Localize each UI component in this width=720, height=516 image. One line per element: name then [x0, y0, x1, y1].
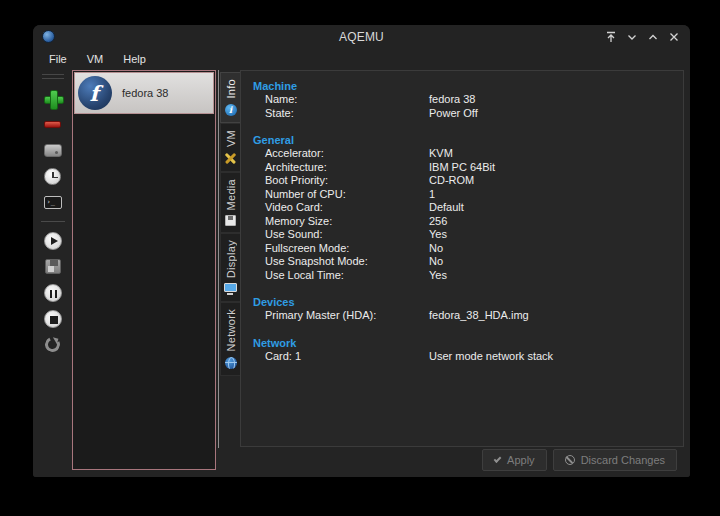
- display-icon: [224, 283, 237, 292]
- section-general: General Accelerator: KVM Architecture: I…: [241, 133, 683, 282]
- section-title: General: [241, 133, 683, 147]
- tab-network[interactable]: Network: [220, 302, 240, 375]
- menu-help[interactable]: Help: [113, 50, 156, 68]
- info-row: Primary Master (HDA): fedora_38_HDA.img: [241, 309, 683, 323]
- apply-button[interactable]: Apply: [482, 449, 547, 471]
- info-row: State: Power Off: [241, 107, 683, 121]
- row-label: Accelerator:: [265, 147, 429, 161]
- app-logo-icon: [42, 30, 55, 43]
- aqemu-window: AQEMU File VM Help ›_: [33, 25, 690, 477]
- menu-file[interactable]: File: [39, 50, 77, 68]
- row-label: Primary Master (HDA):: [265, 309, 429, 323]
- floppy-save-icon: [45, 259, 61, 274]
- start-vm-button[interactable]: [40, 228, 66, 253]
- hdd-manager-button[interactable]: [40, 138, 66, 163]
- titlebar: AQEMU: [33, 25, 690, 48]
- toolbar-separator: [41, 221, 65, 222]
- info-row: Number of CPU: 1: [241, 188, 683, 202]
- info-icon: i: [225, 104, 237, 116]
- add-vm-button[interactable]: [40, 86, 66, 111]
- main-area: ›_ f fedora 38 Info i VM: [33, 70, 690, 477]
- menu-vm[interactable]: VM: [77, 50, 114, 68]
- play-icon: [44, 232, 62, 250]
- info-row: Boot Priority: CD-ROM: [241, 174, 683, 188]
- apply-label: Apply: [507, 454, 535, 466]
- info-row: Memory Size: 256: [241, 215, 683, 229]
- info-row: Accelerator: KVM: [241, 147, 683, 161]
- tab-vm[interactable]: VM: [220, 123, 240, 172]
- settings-tabbar: Info i VM Media Display Network: [220, 72, 241, 376]
- section-machine: Machine Name: fedora 38 State: Power Off: [241, 79, 683, 120]
- toolbar-drag-handle[interactable]: [42, 74, 64, 79]
- info-row: Name: fedora 38: [241, 93, 683, 107]
- reset-vm-button[interactable]: [40, 332, 66, 357]
- tab-display[interactable]: Display: [220, 233, 240, 302]
- discard-changes-button[interactable]: Discard Changes: [553, 449, 677, 471]
- info-row: Fullscreen Mode: No: [241, 242, 683, 256]
- discard-label: Discard Changes: [581, 454, 665, 466]
- harddisk-icon: [44, 144, 62, 157]
- row-value: Yes: [429, 228, 683, 242]
- section-title: Devices: [241, 295, 683, 309]
- menubar: File VM Help: [33, 48, 690, 70]
- tab-info[interactable]: Info i: [220, 72, 240, 123]
- refresh-icon: [43, 335, 62, 354]
- minus-icon: [44, 121, 61, 128]
- row-label: Use Snapshot Mode:: [265, 255, 429, 269]
- row-value: 1: [429, 188, 683, 202]
- row-value: 256: [429, 215, 683, 229]
- stop-icon: [44, 310, 62, 328]
- splitter-handle[interactable]: [218, 70, 219, 448]
- section-network: Network Card: 1 User mode network stack: [241, 336, 683, 364]
- info-row: Use Local Time: Yes: [241, 269, 683, 283]
- row-label: Boot Priority:: [265, 174, 429, 188]
- cancel-circle-icon: [565, 455, 575, 465]
- info-row: Card: 1 User mode network stack: [241, 350, 683, 364]
- row-value: IBM PC 64Bit: [429, 161, 683, 175]
- row-label: Fullscreen Mode:: [265, 242, 429, 256]
- save-vm-button[interactable]: [40, 254, 66, 279]
- info-row: Video Card: Default: [241, 201, 683, 215]
- section-devices: Devices Primary Master (HDA): fedora_38_…: [241, 295, 683, 323]
- row-value: CD-ROM: [429, 174, 683, 188]
- terminal-icon: ›_: [44, 196, 62, 209]
- row-value: No: [429, 242, 683, 256]
- row-value: User mode network stack: [429, 350, 683, 364]
- row-label: Card: 1: [265, 350, 429, 364]
- pause-vm-button[interactable]: [40, 280, 66, 305]
- row-value: Yes: [429, 269, 683, 283]
- pause-icon: [44, 284, 62, 302]
- console-button[interactable]: ›_: [40, 190, 66, 215]
- vm-list[interactable]: f fedora 38: [72, 70, 216, 470]
- row-value: No: [429, 255, 683, 269]
- row-label: Architecture:: [265, 161, 429, 175]
- remove-vm-button[interactable]: [40, 112, 66, 137]
- vm-toolbar: ›_: [33, 70, 72, 477]
- snapshots-button[interactable]: [40, 164, 66, 189]
- row-label: Number of CPU:: [265, 188, 429, 202]
- row-label: Use Local Time:: [265, 269, 429, 283]
- row-value: Power Off: [429, 107, 683, 121]
- row-value: KVM: [429, 147, 683, 161]
- info-row: Use Snapshot Mode: No: [241, 255, 683, 269]
- tools-icon: [224, 152, 237, 165]
- section-title: Network: [241, 336, 683, 350]
- window-title: AQEMU: [33, 30, 690, 44]
- section-title: Machine: [241, 79, 683, 93]
- tab-media[interactable]: Media: [220, 172, 240, 233]
- keep-above-icon[interactable]: [605, 31, 617, 43]
- row-label: State:: [265, 107, 429, 121]
- stop-vm-button[interactable]: [40, 306, 66, 331]
- close-icon[interactable]: [668, 31, 680, 43]
- clock-icon: [44, 168, 61, 185]
- minimize-icon[interactable]: [626, 31, 638, 43]
- media-icon: [225, 215, 236, 226]
- vm-list-item-fedora-38[interactable]: f fedora 38: [74, 72, 214, 114]
- maximize-icon[interactable]: [647, 31, 659, 43]
- check-icon: [494, 455, 502, 463]
- row-value: fedora_38_HDA.img: [429, 309, 683, 323]
- window-controls: [605, 25, 680, 48]
- vm-name: fedora 38: [122, 87, 168, 99]
- plus-icon: [44, 90, 62, 108]
- info-row: Architecture: IBM PC 64Bit: [241, 161, 683, 175]
